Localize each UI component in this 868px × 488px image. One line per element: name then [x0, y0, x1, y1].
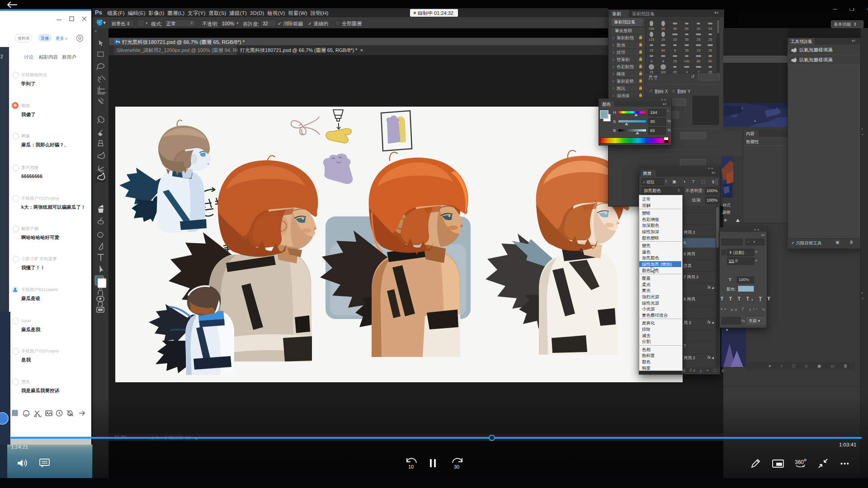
svg-text:30: 30: [454, 464, 459, 469]
svg-text:10: 10: [408, 464, 414, 469]
svg-text:360: 360: [795, 459, 804, 465]
